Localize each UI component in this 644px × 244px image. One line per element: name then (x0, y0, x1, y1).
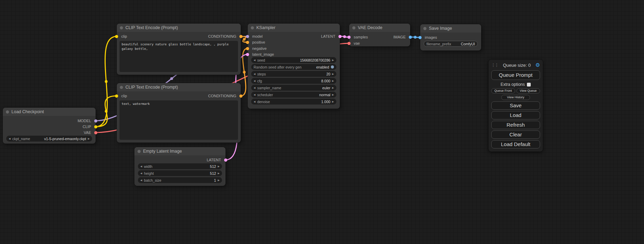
node-titlebar[interactable]: CLIP Text Encode (Prompt) (117, 83, 241, 91)
decrement-arrow-icon[interactable]: ◀ (140, 165, 142, 168)
vae-port-icon[interactable] (94, 131, 97, 134)
input-slot-samples: samples (349, 34, 368, 40)
node-clip-text-encode-positive[interactable]: CLIP Text Encode (Prompt) clip CONDITION… (117, 24, 241, 75)
conditioning-port-icon[interactable] (246, 47, 249, 50)
prompt-textarea[interactable]: beautiful scenery nature glass bottle la… (120, 41, 238, 72)
batch-size-widget[interactable]: ◀ batch_size 1 ▶ (138, 177, 222, 183)
denoise-widget[interactable]: ◀ denoise 1.000 ▶ (251, 99, 336, 105)
toggle-knob-icon[interactable] (331, 65, 334, 69)
vae-port-icon[interactable] (347, 42, 351, 45)
decrement-arrow-icon[interactable]: ◀ (254, 73, 255, 75)
latent-port-icon[interactable] (246, 53, 249, 56)
increment-arrow-icon[interactable]: ▶ (88, 137, 90, 140)
node-title: CLIP Text Encode (Prompt) (125, 25, 178, 30)
collapse-dot-icon[interactable] (6, 110, 9, 114)
ckpt-name-widget[interactable]: ◀ ckpt_name v1-5-pruned-emaonly.ckpt ▶ (6, 136, 92, 142)
node-clip-text-encode-negative[interactable]: CLIP Text Encode (Prompt) clip CONDITION… (117, 83, 241, 143)
decrement-arrow-icon[interactable]: ◀ (254, 80, 255, 82)
node-ksampler[interactable]: KSampler model positive negative latent_… (248, 24, 340, 109)
node-titlebar[interactable]: CLIP Text Encode (Prompt) (117, 24, 241, 32)
node-empty-latent-image[interactable]: Empty Latent Image LATENT ◀ width 512 ▶ … (134, 147, 226, 186)
node-titlebar[interactable]: Load Checkpoint (3, 108, 96, 116)
clip-port-icon[interactable] (115, 35, 118, 38)
conditioning-port-icon[interactable] (239, 35, 242, 38)
node-titlebar[interactable]: Empty Latent Image (134, 147, 226, 155)
latent-port-icon[interactable] (224, 159, 227, 162)
widget-label: width (144, 164, 152, 169)
node-titlebar[interactable]: VAE Decode (349, 24, 410, 32)
conditioning-port-icon[interactable] (246, 41, 249, 44)
increment-arrow-icon[interactable]: ▶ (332, 93, 334, 96)
model-port-icon[interactable] (94, 119, 97, 123)
increment-arrow-icon[interactable]: ▶ (218, 179, 220, 181)
decrement-arrow-icon[interactable]: ◀ (254, 59, 255, 61)
latent-port-icon[interactable] (347, 36, 351, 39)
cfg-widget[interactable]: ◀ cfg 8.000 ▶ (251, 78, 336, 84)
image-port-icon[interactable] (418, 36, 422, 39)
decrement-arrow-icon[interactable]: ◀ (254, 100, 255, 103)
seed-widget[interactable]: ◀ seed 156680208700286 ▶ (251, 57, 336, 63)
queue-front-button[interactable]: Queue Front (491, 88, 515, 93)
refresh-button[interactable]: Refresh (491, 121, 540, 129)
input-slot-positive: positive (248, 39, 265, 45)
comfy-menu-panel[interactable]: ⋮⋮ Queue size: 0 ⚙ Queue Prompt Extra op… (488, 60, 543, 152)
width-widget[interactable]: ◀ width 512 ▶ (138, 163, 222, 169)
node-titlebar[interactable]: KSampler (248, 24, 340, 32)
decrement-arrow-icon[interactable]: ◀ (254, 93, 255, 96)
widget-value: 1 (214, 178, 216, 182)
view-queue-button[interactable]: View Queue (517, 88, 540, 93)
decrement-arrow-icon[interactable]: ◀ (140, 179, 142, 181)
collapse-dot-icon[interactable] (352, 26, 355, 29)
height-widget[interactable]: ◀ height 512 ▶ (138, 170, 222, 176)
widget-value: 512 (210, 171, 216, 175)
drag-handle-icon[interactable]: ⋮⋮ (491, 63, 498, 67)
increment-arrow-icon[interactable]: ▶ (332, 73, 334, 75)
latent-port-icon[interactable] (338, 35, 342, 38)
node-load-checkpoint[interactable]: Load Checkpoint MODEL CLIP VAE ◀ ckpt_na… (3, 108, 96, 144)
increment-arrow-icon[interactable]: ▶ (332, 100, 334, 103)
node-vae-decode[interactable]: VAE Decode samples vae IMAGE (349, 24, 410, 46)
collapse-dot-icon[interactable] (120, 86, 123, 89)
queue-prompt-button[interactable]: Queue Prompt (491, 70, 540, 80)
view-history-button[interactable]: View History (501, 95, 530, 100)
decrement-arrow-icon[interactable]: ◀ (254, 87, 255, 89)
comfyui-canvas[interactable]: { "colors": { "model": "#B39DDB", "clip"… (0, 0, 644, 244)
output-slot-clip: CLIP (83, 124, 96, 129)
collapse-dot-icon[interactable] (423, 27, 426, 30)
increment-arrow-icon[interactable]: ▶ (332, 80, 334, 82)
widget-value: 20 (326, 72, 330, 76)
slot-label: vae (354, 41, 360, 45)
extra-options-checkbox[interactable] (527, 83, 531, 87)
scheduler-widget[interactable]: ◀ scheduler normal ▶ (251, 92, 336, 98)
settings-gear-icon[interactable]: ⚙ (536, 62, 540, 68)
collapse-dot-icon[interactable] (120, 26, 123, 29)
sampler-name-widget[interactable]: ◀ sampler_name euler ▶ (251, 85, 336, 91)
model-port-icon[interactable] (246, 35, 249, 38)
increment-arrow-icon[interactable]: ▶ (332, 87, 334, 89)
clip-port-icon[interactable] (115, 94, 118, 98)
image-port-icon[interactable] (409, 36, 412, 39)
node-save-image[interactable]: Save Image images filename_prefix ComfyU… (420, 24, 481, 51)
decrement-arrow-icon[interactable]: ◀ (9, 137, 10, 140)
widget-label: seed (257, 58, 265, 62)
random-seed-toggle-widget[interactable]: Random seed after every gen enabled (251, 64, 336, 70)
save-button[interactable]: Save (491, 101, 540, 110)
clip-port-icon[interactable] (94, 125, 97, 128)
collapse-dot-icon[interactable] (138, 150, 141, 153)
filename-prefix-widget[interactable]: filename_prefix ComfyUI (424, 41, 478, 47)
collapse-dot-icon[interactable] (251, 26, 254, 29)
increment-arrow-icon[interactable]: ▶ (332, 59, 334, 61)
slot-label: CONDITIONING (208, 94, 236, 98)
increment-arrow-icon[interactable]: ▶ (218, 165, 220, 168)
load-default-button[interactable]: Load Default (491, 140, 540, 148)
steps-widget[interactable]: ◀ steps 20 ▶ (251, 71, 336, 77)
clear-button[interactable]: Clear (491, 130, 540, 139)
conditioning-port-icon[interactable] (239, 94, 242, 98)
output-slot-image: IMAGE (394, 34, 410, 40)
decrement-arrow-icon[interactable]: ◀ (140, 172, 142, 174)
node-titlebar[interactable]: Save Image (420, 24, 481, 33)
prompt-textarea[interactable]: text, watermark (120, 100, 238, 140)
load-button[interactable]: Load (491, 111, 540, 119)
increment-arrow-icon[interactable]: ▶ (218, 172, 220, 174)
node-title: Save Image (429, 26, 452, 31)
